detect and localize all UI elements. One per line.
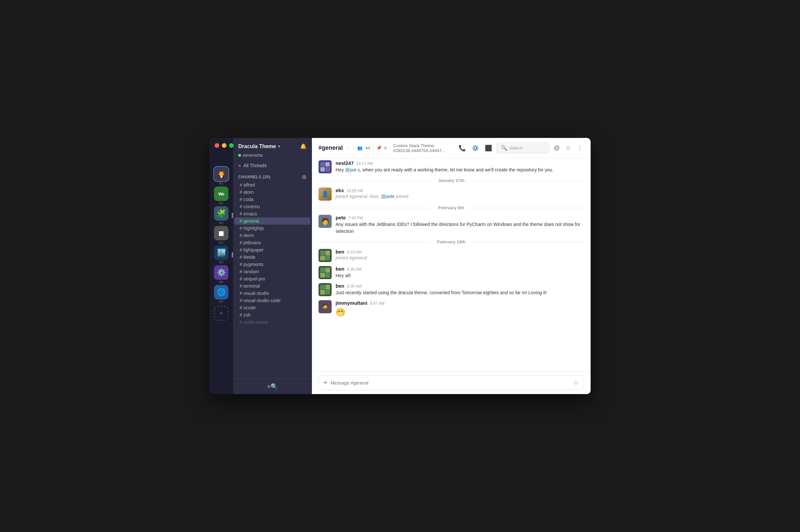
message-pete: 🧑 pete 7:43 PM Any issues with the JetBr… (312, 213, 590, 237)
sidebar-item-conemu[interactable]: # conemu (234, 203, 311, 210)
channel-list: # alfred# atom# coda# conemu# emacs# gen… (233, 181, 312, 379)
app-icon-6[interactable]: ⚙️ ⌘6 (211, 265, 231, 284)
msg-username-ben-dracula: ben (335, 283, 344, 289)
more-icon[interactable]: ⋮ (576, 143, 584, 153)
msg-username-pete: pete (335, 215, 346, 220)
search-placeholder: Search (509, 146, 523, 150)
at-icon[interactable]: @ (552, 143, 561, 153)
sidebar-item-visual-studio[interactable]: # visual-studio (234, 290, 311, 297)
app-icon-4-shortcut: ⌘4 (219, 241, 223, 244)
msg-username-ben: ben (335, 249, 344, 254)
attach-icon[interactable]: + (323, 379, 327, 386)
app-icon-1[interactable]: 🧛 ⌘1 (211, 167, 231, 185)
message-input-area: + ☺ (312, 371, 590, 394)
sidebar-item-liteide[interactable]: # liteide (234, 253, 311, 261)
layout-icon[interactable]: ⬛ (484, 143, 493, 153)
channels-label: CHANNELS (20) (238, 175, 271, 179)
msg-text-nesl247: Hey @pat-s, when you are ready with a wo… (335, 167, 584, 173)
phone-icon[interactable]: 📞 (457, 143, 467, 153)
mention-pat-s: @pat-s (345, 167, 360, 172)
add-channel-button[interactable]: ⊕ (302, 174, 307, 180)
message-input-box: + ☺ (319, 375, 584, 390)
members-icon: 👥 (357, 146, 363, 150)
app-icon-1-shortcut: ⌘1 (219, 182, 223, 185)
msg-content-ben-dracula: ben 8:35 AM Just recently started using … (335, 283, 584, 296)
sidebar-item-emacs[interactable]: # emacs (234, 210, 311, 217)
sidebar-item-zsh[interactable]: # zsh (234, 311, 311, 319)
message-ben-hey: ben 8:26 AM Hey all! (312, 264, 590, 281)
channel-header: #general ☆ | 👥 44 | 📌 0 | Custom Slack T… (312, 138, 590, 158)
star-header-icon[interactable]: ☆ (564, 143, 572, 153)
workspace-name[interactable]: Dracula Theme ▾ (238, 144, 280, 149)
avatar-ben-dracula (319, 283, 332, 296)
sidebar-item-xcode[interactable]: # xcode (234, 304, 311, 311)
date-divider-feb6: February 6th (319, 205, 584, 210)
message-ben-joined: ben 8:23 AM joined #general (312, 247, 590, 264)
msg-header-ben-dracula: ben 8:35 AM (335, 283, 584, 289)
sidebar-footer[interactable]: ≡🔍 (233, 379, 312, 394)
msg-time-nesl247: 10:17 AM (356, 161, 373, 166)
settings-icon[interactable]: ⚙️ (470, 143, 480, 153)
avatar-ben-joined (319, 249, 332, 262)
sidebar-item-alfred[interactable]: # alfred (234, 181, 311, 189)
bell-icon[interactable]: 🔔 (300, 143, 307, 149)
msg-header-pete: pete 7:43 PM (335, 215, 584, 220)
app-icon-4[interactable]: ◼ ⌘4 (211, 226, 231, 244)
app-icon-5[interactable]: 🏙️ ⌘5 (211, 246, 231, 264)
channel-meta: ☆ | 👥 44 | 📌 0 | Custom Slack Theme: #28… (347, 143, 453, 153)
app-icon-5-shortcut: ⌘5 (219, 261, 223, 264)
sidebar-item-visual-studio-code[interactable]: # visual-studio-code (234, 297, 311, 304)
all-threads-item[interactable]: ≡ All Threads (233, 161, 312, 170)
msg-username-nesl247: nesl247 (335, 160, 354, 166)
app-icon-3[interactable]: 🧩 ⌘3 (211, 206, 231, 225)
channel-title: #general (319, 145, 343, 151)
all-threads-label: All Threads (243, 163, 267, 168)
msg-time-jimmy: 8:47 AM (370, 301, 385, 306)
msg-header-ben-joined: ben 8:23 AM (335, 249, 584, 254)
sidebar-item-highlightjs[interactable]: # highlightjs (234, 225, 311, 232)
sidebar-item-atom[interactable]: # atom (234, 189, 311, 196)
sidebar-item-general[interactable]: # general (234, 217, 311, 225)
sidebar-item-lightpaper[interactable]: # lightpaper (234, 246, 311, 253)
sidebar-item-coda[interactable]: # coda (234, 196, 311, 203)
sidebar-item-jetbrains[interactable]: # jetbrains (234, 239, 311, 246)
message-nesl247: nesl247 10:17 AM Hey @pat-s, when you ar… (312, 158, 590, 175)
sidebar-item-iterm[interactable]: # iterm (234, 232, 311, 239)
add-workspace-button[interactable]: + (214, 306, 229, 321)
search-icon: 🔍 (501, 145, 508, 151)
pinned-count: 0 (384, 146, 386, 150)
message-ben-dracula: ben 8:35 AM Just recently started using … (312, 281, 590, 298)
system-msg-ben-joined: joined #general (335, 255, 584, 261)
app-icon-2-shortcut: ⌘2 (219, 202, 223, 205)
date-divider-jan27: January 27th (319, 178, 584, 183)
online-indicator (238, 154, 241, 157)
app-icon-column: 🧛 ⌘1 We ⌘2 🧩 ⌘3 ◼ ⌘4 🏙️ (210, 138, 233, 394)
sidebar-item-notifications[interactable]: # notifications (234, 319, 311, 326)
sidebar-item-random[interactable]: # random (234, 268, 311, 275)
msg-username-ben-hey: ben (335, 266, 344, 271)
main-content: #general ☆ | 👥 44 | 📌 0 | Custom Slack T… (312, 138, 590, 394)
msg-time-ben-hey: 8:26 AM (347, 267, 362, 271)
app-icon-2[interactable]: We ⌘2 (211, 187, 231, 205)
channel-description: Custom Slack Theme: #282A36,#44475A,#444… (393, 143, 453, 153)
msg-text-ben-hey: Hey all! (335, 272, 584, 279)
msg-time-pete: 7:43 PM (348, 216, 363, 220)
avatar-jimmy: 🧔 (319, 300, 332, 313)
date-divider-feb10: February 10th (319, 240, 584, 244)
traffic-light-red[interactable] (215, 143, 219, 148)
search-box[interactable]: 🔍 Search (497, 142, 549, 153)
mention-pete: @pete (381, 194, 395, 199)
msg-header-eks: eks 10:59 AM (335, 188, 584, 193)
app-icon-7[interactable]: 🌐 ⌘7 (211, 285, 231, 303)
star-icon[interactable]: ☆ (347, 146, 351, 151)
sidebar-item-sequel-pro[interactable]: # sequel-pro (234, 275, 311, 282)
avatar-pete: 🧑 (319, 215, 332, 228)
traffic-light-green[interactable] (229, 143, 234, 148)
sidebar-item-pygments[interactable]: # pygments (234, 261, 311, 268)
message-jimmy: 🧔 jimmymultani 8:47 AM 😁 (312, 298, 590, 320)
emoji-picker-icon[interactable]: ☺ (573, 379, 579, 386)
message-input[interactable] (331, 380, 570, 385)
messages-area: nesl247 10:17 AM Hey @pat-s, when you ar… (312, 158, 590, 371)
traffic-light-yellow[interactable] (222, 143, 226, 148)
sidebar-item-terminal[interactable]: # terminal (234, 282, 311, 290)
